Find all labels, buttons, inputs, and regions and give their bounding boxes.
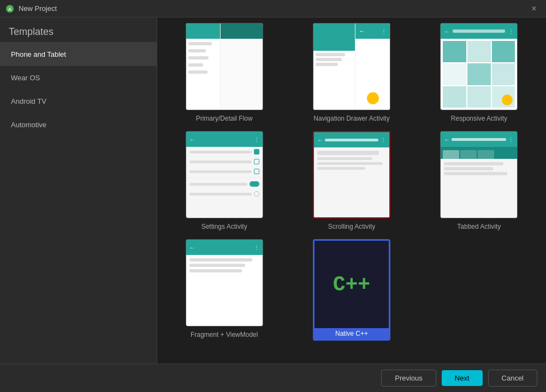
close-button[interactable]: × xyxy=(527,2,541,15)
template-label-tabbed: Tabbed Activity xyxy=(457,223,501,230)
sidebar-item-phone-tablet[interactable]: Phone and Tablet xyxy=(0,43,157,66)
template-thumb-primary-detail xyxy=(186,23,263,110)
template-label-fragment: Fragment + ViewModel xyxy=(191,331,258,338)
template-fragment-viewmodel[interactable]: ← ⋮ Fragment + ViewModel xyxy=(166,239,282,341)
main-layout: Templates Phone and Tablet Wear OS Andro… xyxy=(0,17,546,364)
template-thumb-settings: ← ⋮ xyxy=(186,131,263,218)
sidebar-item-android-tv[interactable]: Android TV xyxy=(0,90,157,113)
previous-button[interactable]: Previous xyxy=(381,370,436,387)
window-title: New Project xyxy=(19,4,57,13)
template-thumb-fragment: ← ⋮ xyxy=(186,239,263,326)
svg-text:A: A xyxy=(8,7,12,12)
template-label-nav-drawer: Navigation Drawer Activity xyxy=(313,115,389,122)
template-thumb-scrolling: ← ⋮ xyxy=(313,131,390,218)
cancel-button[interactable]: Cancel xyxy=(488,370,537,387)
template-thumb-nav-drawer: ← ⋮ xyxy=(313,23,390,110)
template-label-settings: Settings Activity xyxy=(201,223,247,230)
template-label-scrolling: Scrolling Activity xyxy=(328,223,376,230)
template-thumb-tabbed: ← ⋮ xyxy=(440,131,518,218)
template-nav-drawer[interactable]: ← ⋮ Navigation Drawer Activity xyxy=(293,23,410,122)
title-bar-left: A New Project xyxy=(5,4,57,13)
footer: Previous Next Cancel xyxy=(0,364,546,392)
next-button[interactable]: Next xyxy=(442,370,483,386)
template-label-responsive: Responsive Activity xyxy=(451,115,507,122)
sidebar-item-wear-os[interactable]: Wear OS xyxy=(0,66,157,90)
sidebar-header: Templates xyxy=(0,17,157,43)
template-thumb-cpp: C++ xyxy=(314,241,389,328)
template-tabbed[interactable]: ← ⋮ xyxy=(421,131,537,230)
sidebar-item-automotive[interactable]: Automotive xyxy=(0,113,157,136)
template-thumb-responsive: ← ⋮ xyxy=(440,23,518,110)
template-grid: Primary/Detail Flow xyxy=(166,23,537,341)
template-responsive[interactable]: ← ⋮ xyxy=(421,23,537,122)
template-native-cpp[interactable]: C++ Native C++ xyxy=(293,239,410,341)
title-bar: A New Project × xyxy=(0,0,546,17)
template-scrolling[interactable]: ← ⋮ Scrolling Activity xyxy=(293,131,410,230)
template-primary-detail[interactable]: Primary/Detail Flow xyxy=(166,23,282,122)
template-label-primary-detail: Primary/Detail Flow xyxy=(196,115,253,122)
sidebar: Templates Phone and Tablet Wear OS Andro… xyxy=(0,17,157,364)
template-settings[interactable]: ← ⋮ xyxy=(166,131,282,230)
app-icon: A xyxy=(5,4,14,13)
template-selected-label: Native C++ xyxy=(314,328,389,339)
template-thumb-cpp-wrapper: C++ Native C++ xyxy=(313,239,390,341)
content-area: Primary/Detail Flow xyxy=(157,17,546,364)
